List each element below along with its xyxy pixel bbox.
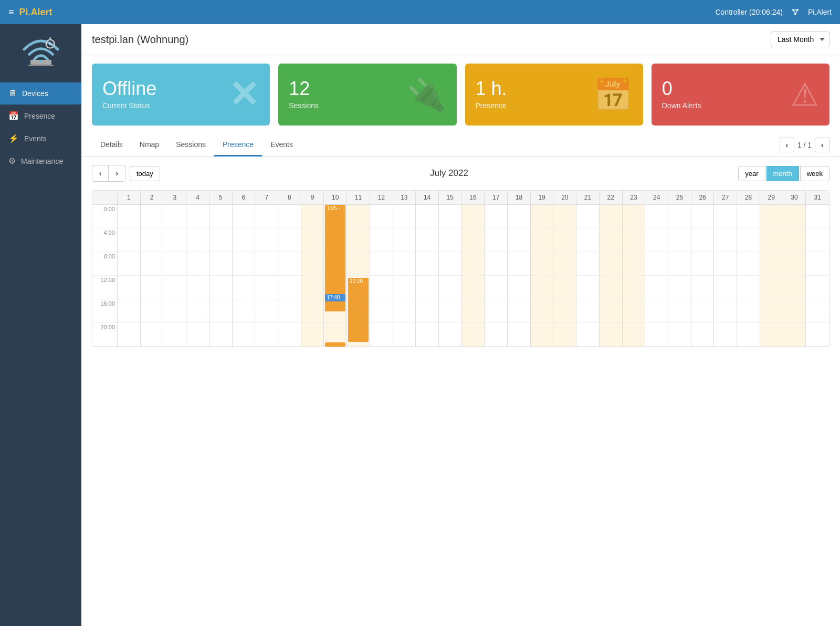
- day-time-slot: [691, 205, 714, 228]
- day-time-slot: [439, 276, 461, 299]
- day-time-slot: [370, 276, 393, 299]
- day-time-slot: [255, 276, 278, 299]
- day-time-slot: [278, 252, 301, 276]
- week-view-button[interactable]: week: [800, 166, 830, 181]
- cal-day-col: [760, 205, 783, 347]
- month-view-button[interactable]: month: [766, 166, 799, 181]
- calendar-grid: 1234567891011121314151617181920212223242…: [92, 190, 830, 347]
- page-indicator: 1 / 1: [797, 141, 812, 149]
- day-time-slot: [783, 299, 806, 323]
- today-button[interactable]: today: [130, 166, 160, 181]
- cal-header-day: 16: [462, 191, 485, 205]
- cal-header-day: 21: [576, 191, 600, 205]
- controller-info: Controller (20:06:24): [715, 8, 782, 16]
- day-time-slot: [737, 205, 760, 228]
- hamburger-icon[interactable]: ≡: [8, 7, 14, 18]
- stat-card-alerts: 0 Down Alerts ⚠: [652, 64, 830, 126]
- svg-point-11: [49, 43, 51, 45]
- day-time-slot: [576, 276, 599, 299]
- tab-sessions[interactable]: Sessions: [167, 134, 214, 156]
- day-time-slot: [760, 299, 783, 323]
- day-time-slot: [645, 228, 668, 252]
- day-time-slot: [370, 252, 393, 276]
- day-time-slot: [255, 228, 278, 252]
- day-time-slot: [163, 299, 186, 323]
- day-time-slot: [737, 323, 760, 347]
- day-time-slot: [301, 205, 324, 228]
- period-select[interactable]: Today Last Week Last Month Last Year: [771, 32, 830, 47]
- day-time-slot: [783, 323, 806, 347]
- day-time-slot: [163, 205, 186, 228]
- stat-card-offline: Offline Current Status ✕: [92, 64, 270, 126]
- day-time-slot: [301, 228, 324, 252]
- tabs-bar: Details Nmap Sessions Presence Events ‹ …: [81, 134, 840, 156]
- tab-details[interactable]: Details: [92, 134, 131, 156]
- day-time-slot: [806, 276, 829, 299]
- svg-line-3: [793, 10, 795, 14]
- day-time-slot: [393, 323, 416, 347]
- day-time-slot: [462, 228, 485, 252]
- day-time-slot: [416, 299, 438, 323]
- calendar-title: July 2022: [160, 168, 738, 179]
- day-time-slot: [301, 299, 324, 323]
- sidebar-item-devices[interactable]: 🖥 Devices: [0, 82, 81, 105]
- cal-prev-button[interactable]: ‹: [92, 165, 109, 182]
- sidebar-item-label: Presence: [24, 112, 55, 120]
- day-time-slot: [600, 299, 622, 323]
- day-time-slot: [714, 228, 737, 252]
- cal-header-day: 23: [623, 191, 646, 205]
- day-time-slot: [462, 299, 485, 323]
- cal-day-col: [600, 205, 623, 347]
- calendar-body: 0:004:008:0012:0016:0020:001:05 -17:4012…: [92, 205, 829, 347]
- cal-day-col: [645, 205, 668, 347]
- cal-day-col: [485, 205, 508, 347]
- year-view-button[interactable]: year: [738, 166, 765, 181]
- cal-day-col: [255, 205, 278, 347]
- day-time-slot: [600, 323, 622, 347]
- stat-card-sessions: 12 Sessions 🔌: [278, 64, 456, 126]
- day-time-slot: [186, 276, 209, 299]
- prev-page-button[interactable]: ‹: [780, 138, 794, 152]
- day-time-slot: [118, 299, 140, 323]
- sidebar-logo: [0, 24, 81, 77]
- cal-header-day: 13: [393, 191, 416, 205]
- day-time-slot: [691, 276, 714, 299]
- day-time-slot: [737, 276, 760, 299]
- tab-nmap[interactable]: Nmap: [131, 134, 167, 156]
- day-time-slot: [531, 228, 553, 252]
- cal-header-day: 24: [645, 191, 668, 205]
- time-label: 12:00: [92, 276, 117, 299]
- day-time-slot: [714, 205, 737, 228]
- day-time-slot: [691, 228, 714, 252]
- tab-presence[interactable]: Presence: [214, 134, 262, 156]
- day-time-slot: [209, 228, 232, 252]
- day-time-slot: [576, 323, 599, 347]
- day-time-slot: [600, 228, 622, 252]
- day-time-slot: [186, 323, 209, 347]
- next-page-button[interactable]: ›: [815, 138, 830, 152]
- cal-day-col: [278, 205, 301, 347]
- day-time-slot: [370, 228, 393, 252]
- tab-events[interactable]: Events: [262, 134, 301, 156]
- cal-header-day: 17: [485, 191, 508, 205]
- cal-next-button[interactable]: ›: [109, 165, 125, 182]
- sidebar-item-maintenance[interactable]: ⚙ Maintenance: [0, 150, 81, 172]
- cal-day-col: 12:20: [347, 205, 370, 347]
- day-time-slot: [393, 228, 416, 252]
- day-time-slot: [760, 276, 783, 299]
- day-time-slot: [439, 323, 461, 347]
- sidebar-item-label: Events: [24, 134, 47, 143]
- sidebar-item-presence[interactable]: 📅 Presence: [0, 105, 81, 127]
- day-time-slot: [186, 299, 209, 323]
- day-time-slot: [668, 276, 691, 299]
- cal-day-col: [163, 205, 186, 347]
- day-time-slot: [186, 205, 209, 228]
- day-time-slot: [462, 252, 485, 276]
- day-time-slot: [347, 228, 370, 252]
- cal-day-col: [737, 205, 760, 347]
- time-label: 8:00: [92, 252, 117, 276]
- cal-day-col: [141, 205, 164, 347]
- sidebar-item-events[interactable]: ⚡ Events: [0, 127, 81, 150]
- cal-header-day: 9: [301, 191, 324, 205]
- day-time-slot: [141, 228, 163, 252]
